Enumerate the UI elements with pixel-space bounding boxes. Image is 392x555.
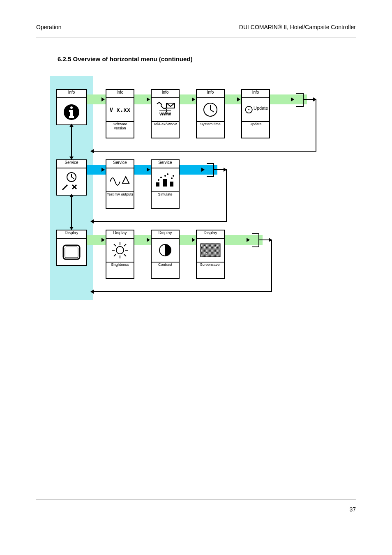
connector <box>303 99 313 100</box>
card-simulate: Service Simulate <box>151 159 180 209</box>
svg-line-9 <box>210 110 214 112</box>
connector <box>213 169 224 170</box>
card-header: Info <box>241 89 270 98</box>
card-waveform: Service Test mA outputs <box>106 159 134 209</box>
version-label: V x.xx <box>110 106 131 113</box>
card-header: Info <box>56 89 87 98</box>
svg-point-40 <box>204 246 205 247</box>
page-header-product: DULCOMARIN® II, Hotel/Campsite Controlle… <box>239 24 356 30</box>
svg-point-1 <box>70 106 73 109</box>
update-label: Update <box>254 106 268 111</box>
connector <box>226 169 227 222</box>
page-header-section: Operation <box>36 24 61 30</box>
card-footer: Brightness <box>106 263 134 279</box>
card-header: Service <box>151 159 180 168</box>
page-number: 37 <box>349 506 356 513</box>
clock-icon <box>196 98 225 122</box>
section-heading: 6.2.5 Overview of horizontal menu (conti… <box>58 55 192 62</box>
svg-point-21 <box>167 173 168 175</box>
svg-text:www: www <box>159 111 171 117</box>
card-footer: Update <box>241 122 270 138</box>
arrow-right <box>147 97 150 101</box>
svg-point-42 <box>206 253 207 254</box>
rule-bottom <box>36 500 356 500</box>
arrow-right <box>201 168 205 172</box>
arrow-right <box>192 238 195 242</box>
svg-point-43 <box>217 253 217 254</box>
svg-line-32 <box>124 254 126 256</box>
arrow-up <box>69 124 74 127</box>
svg-rect-4 <box>69 116 74 118</box>
svg-rect-16 <box>163 179 167 187</box>
svg-line-34 <box>114 254 116 256</box>
card-footer: Screensaver <box>196 263 225 279</box>
svg-point-18 <box>158 179 159 181</box>
svg-rect-24 <box>63 245 80 259</box>
loop-bracket <box>296 93 304 107</box>
simulate-icon <box>151 168 180 192</box>
card-footer: Test mA outputs <box>106 192 134 209</box>
svg-point-22 <box>171 177 173 179</box>
card-clock: Info System time <box>196 89 225 138</box>
svg-rect-3 <box>69 110 73 112</box>
sidebar-card-display: Display <box>56 230 87 266</box>
contrast-icon <box>151 239 180 263</box>
svg-rect-15 <box>156 182 159 187</box>
card-screensaver: Display Screen <box>196 230 225 279</box>
connector <box>258 240 269 240</box>
connector <box>94 221 227 222</box>
version-icon: V x.xx <box>106 98 134 122</box>
update-icon: Update <box>241 98 270 122</box>
connector <box>71 196 72 227</box>
card-version: Info V x.xx Software version <box>106 89 134 138</box>
svg-point-26 <box>116 246 124 254</box>
card-footer: Tel/Fax/WWW <box>151 122 180 138</box>
arrow-right <box>291 97 294 101</box>
arrow-left <box>90 149 94 153</box>
rule-top <box>36 37 356 37</box>
card-header: Display <box>196 230 225 239</box>
info-icon <box>56 98 87 125</box>
card-header: Display <box>151 230 180 239</box>
arrow-up <box>69 194 74 197</box>
card-header: Info <box>151 89 180 98</box>
svg-rect-25 <box>65 247 78 258</box>
svg-point-41 <box>216 246 217 246</box>
sidebar-card-info: Info <box>56 89 87 125</box>
connector <box>271 240 272 292</box>
card-header: Service <box>106 159 134 168</box>
connector <box>316 99 316 152</box>
arrow-left <box>90 290 94 294</box>
waveform-icon <box>106 168 134 192</box>
svg-point-19 <box>160 177 162 178</box>
card-contrast: Display Contrast <box>151 230 180 279</box>
card-footer: Simulate <box>151 192 180 209</box>
svg-point-23 <box>173 175 174 177</box>
card-header: Info <box>106 89 134 98</box>
arrow-right <box>101 97 105 101</box>
brightness-icon <box>106 239 134 263</box>
card-update: Info Update Update <box>241 89 270 138</box>
display-icon <box>56 239 87 266</box>
loop-bracket <box>252 233 259 247</box>
arrow-right <box>192 97 195 101</box>
arrow-right <box>147 238 150 242</box>
svg-line-14 <box>71 177 74 179</box>
svg-line-31 <box>114 244 116 246</box>
www-icon: www <box>151 98 180 122</box>
screensaver-icon <box>196 239 225 263</box>
sidebar-card-service: Service <box>56 159 87 196</box>
card-www: Info www Tel/Fax/WWW <box>151 89 180 138</box>
connector <box>71 126 72 157</box>
connector <box>94 291 272 292</box>
menu-overview-diagram: Info Info V x.xx Software version Info <box>50 69 321 303</box>
card-header: Display <box>56 230 87 239</box>
arrow-right <box>101 168 105 172</box>
connector <box>94 151 316 152</box>
card-footer: Contrast <box>151 263 180 279</box>
svg-point-11 <box>248 109 249 111</box>
svg-rect-39 <box>201 244 220 257</box>
svg-line-33 <box>124 244 126 246</box>
loop-bracket <box>207 163 214 177</box>
card-brightness: Display Brightness <box>106 230 134 279</box>
